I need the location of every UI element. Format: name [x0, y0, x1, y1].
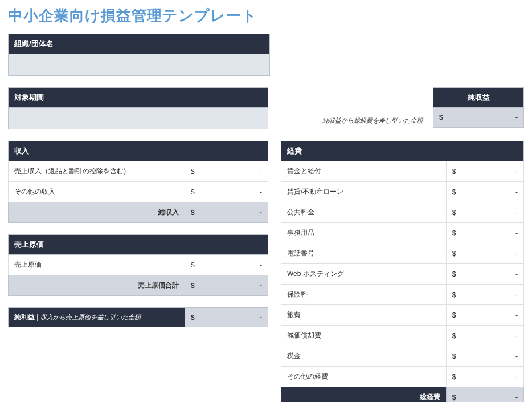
page-title: 中小企業向け損益管理テンプレート — [8, 6, 524, 26]
table-row: Web ホスティング$- — [281, 264, 523, 285]
netincome-currency: $ — [439, 113, 443, 121]
cogs-row-value[interactable]: $- — [185, 255, 268, 275]
expense-row-label: 賃金と給付 — [281, 161, 446, 182]
expense-row-value[interactable]: $- — [446, 161, 523, 182]
table-row: 売上収入（返品と割引の控除を含む) $- — [9, 161, 268, 182]
org-name-label: 組織/団体名 — [8, 34, 270, 54]
table-row: 減価償却費$- — [281, 326, 523, 346]
expense-row-value[interactable]: $- — [446, 182, 523, 202]
expense-row-label: 賃貸/不動産ローン — [281, 182, 446, 202]
expense-row-label: その他の経費 — [281, 367, 446, 387]
income-total-label: 総収入 — [9, 202, 185, 223]
expense-row-value[interactable]: $- — [446, 223, 523, 243]
expense-row-value[interactable]: $- — [446, 285, 523, 305]
expense-row-value[interactable]: $- — [446, 305, 523, 326]
expense-row-value[interactable]: $- — [446, 367, 523, 387]
netincome-value: $ - — [433, 108, 524, 128]
income-table: 収入 売上収入（返品と割引の控除を含む) $- その他の収入 $- 総収入 $- — [8, 141, 268, 223]
netincome-note: 純収益から総経費を差し引いた金額 — [322, 116, 427, 125]
expense-row-value[interactable]: $- — [446, 264, 523, 285]
expense-row-value[interactable]: $- — [446, 326, 523, 346]
expense-row-label: 税金 — [281, 346, 446, 367]
income-header: 収入 — [9, 141, 268, 161]
expense-row-label: 減価償却費 — [281, 326, 446, 346]
expense-row-label: 公共料金 — [281, 202, 446, 223]
cogs-total-label: 売上原価合計 — [9, 275, 185, 296]
expense-row-label: 電話番号 — [281, 243, 446, 264]
netincome-label: 純収益 — [433, 87, 524, 108]
cogs-table: 売上原価 売上原価 $- 売上原価合計 $- — [8, 234, 268, 296]
cogs-total-value: $- — [185, 275, 268, 296]
cogs-header: 売上原価 — [9, 235, 268, 255]
table-row: 保険料$- — [281, 285, 523, 305]
table-row: 公共料金$- — [281, 202, 523, 223]
table-row: その他の収入 $- — [9, 182, 268, 202]
expense-row-label: 事務用品 — [281, 223, 446, 243]
period-input[interactable] — [8, 108, 268, 129]
cogs-total-row: 売上原価合計 $- — [9, 275, 268, 296]
table-row: 税金$- — [281, 346, 523, 367]
cogs-row-label: 売上原価 — [9, 255, 185, 275]
org-name-input[interactable] — [8, 54, 270, 76]
table-row: 事務用品$- — [281, 223, 523, 243]
expense-row-label: 旅費 — [281, 305, 446, 326]
income-row-label: その他の収入 — [9, 182, 185, 202]
income-row-value[interactable]: $- — [185, 161, 268, 182]
income-total-value: $- — [185, 202, 268, 223]
netprofit-value: $- — [185, 308, 268, 327]
expenses-table: 経費 賃金と給付$- 賃貸/不動産ローン$- 公共料金$- 事務用品$- 電話番… — [281, 141, 524, 402]
table-row: 旅費$- — [281, 305, 523, 326]
expenses-total-value: $- — [446, 387, 523, 403]
netprofit-table: 純利益 | 収入から売上原価を差し引いた金額 $- — [8, 307, 268, 327]
period-label: 対象期間 — [8, 87, 268, 108]
netincome-amount: - — [515, 113, 518, 121]
expenses-header: 経費 — [281, 141, 523, 161]
table-row: 賃金と給付$- — [281, 161, 523, 182]
expense-row-value[interactable]: $- — [446, 243, 523, 264]
expense-row-label: Web ホスティング — [281, 264, 446, 285]
expense-row-value[interactable]: $- — [446, 202, 523, 223]
expense-row-label: 保険料 — [281, 285, 446, 305]
table-row: 売上原価 $- — [9, 255, 268, 275]
income-row-value[interactable]: $- — [185, 182, 268, 202]
expenses-total-label: 総経費 — [281, 387, 446, 403]
netprofit-label: 純利益 | 収入から売上原価を差し引いた金額 — [9, 308, 185, 327]
income-total-row: 総収入 $- — [9, 202, 268, 223]
table-row: 電話番号$- — [281, 243, 523, 264]
income-row-label: 売上収入（返品と割引の控除を含む) — [9, 161, 185, 182]
expense-row-value[interactable]: $- — [446, 346, 523, 367]
table-row: その他の経費$- — [281, 367, 523, 387]
expenses-total-row: 総経費 $- — [281, 387, 523, 403]
table-row: 賃貸/不動産ローン$- — [281, 182, 523, 202]
netincome-box: 純収益 $ - — [433, 87, 524, 128]
